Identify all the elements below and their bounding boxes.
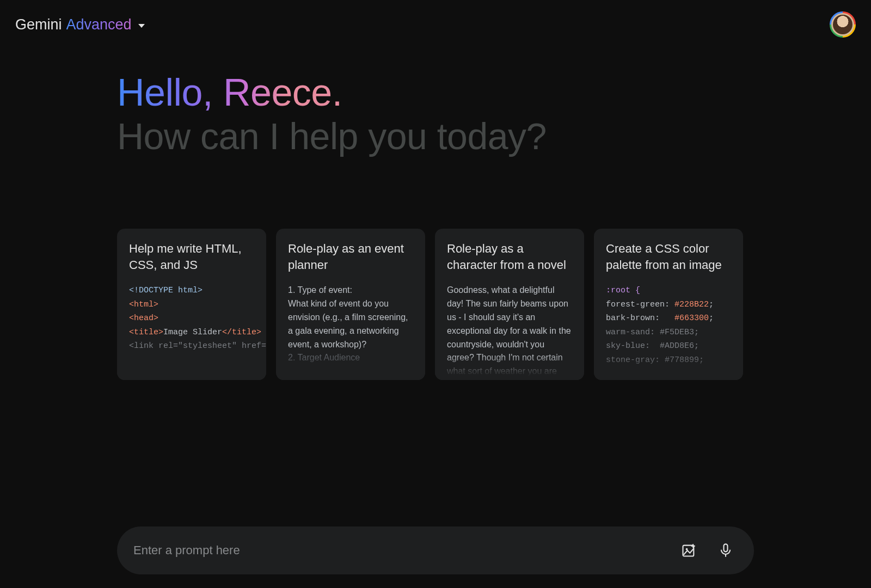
greeting-headline: Hello, Reece.: [117, 71, 342, 115]
header-bar: Gemini Advanced: [0, 0, 871, 49]
product-tier: Advanced: [66, 16, 132, 33]
avatar[interactable]: [830, 11, 856, 38]
card-title: Help me write HTML, CSS, and JS: [129, 241, 254, 273]
card-body: <!DOCTYPE html><html><head><title>Image …: [129, 284, 254, 353]
upload-image-icon[interactable]: [681, 543, 696, 558]
prompt-input[interactable]: [133, 543, 681, 558]
suggestion-card-event-planner[interactable]: Role-play as an event planner 1. Type of…: [276, 229, 425, 380]
prompt-bar: [117, 526, 754, 574]
card-body: 1. Type of event:What kind of event do y…: [288, 284, 413, 365]
product-name: Gemini: [15, 16, 62, 33]
card-body: Goodness, what a delightful day! The sun…: [447, 284, 572, 380]
greeting-subtitle: How can I help you today?: [117, 115, 754, 157]
suggestion-card-css-palette[interactable]: Create a CSS color palette from an image…: [594, 229, 743, 380]
main-content: Hello, Reece. How can I help you today?: [117, 71, 754, 157]
chevron-down-icon: [138, 24, 145, 28]
suggestion-cards: Help me write HTML, CSS, and JS <!DOCTYP…: [117, 229, 743, 380]
avatar-image: [831, 13, 854, 36]
svg-rect-2: [724, 544, 728, 552]
suggestion-card-html[interactable]: Help me write HTML, CSS, and JS <!DOCTYP…: [117, 229, 266, 380]
card-title: Role-play as a character from a novel: [447, 241, 572, 273]
suggestion-card-roleplay-novel[interactable]: Role-play as a character from a novel Go…: [435, 229, 584, 380]
model-selector[interactable]: Gemini Advanced: [15, 16, 145, 33]
card-body: :root {forest-green: #228B22;bark-brown:…: [606, 284, 731, 367]
card-title: Role-play as an event planner: [288, 241, 413, 273]
microphone-icon[interactable]: [718, 543, 733, 558]
card-title: Create a CSS color palette from an image: [606, 241, 731, 273]
